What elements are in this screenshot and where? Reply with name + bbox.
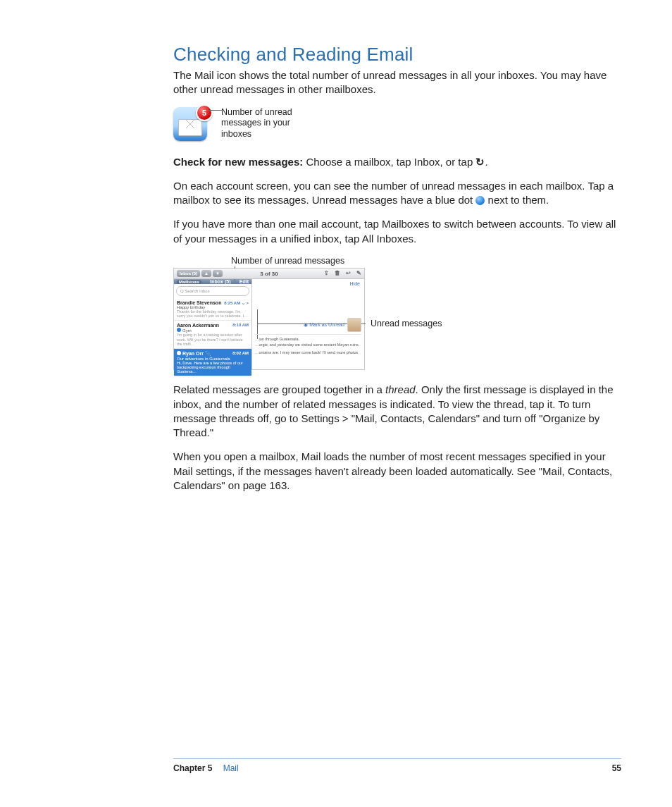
footer-page-number: 55 (612, 763, 621, 773)
sidebar-search-field[interactable]: Q Search Inbox (176, 286, 249, 296)
compose-icon[interactable]: ✎ (356, 270, 361, 276)
message-time: 8:25 AM ⌄ > (224, 300, 249, 305)
message-time: 8:10 AM (232, 323, 249, 327)
sidebar-edit-button[interactable]: Edit (239, 279, 249, 284)
thread-text-before: Related messages are grouped together in… (173, 383, 385, 395)
check-label: Check for new messages: (173, 156, 303, 168)
check-text-before: Choose a mailbox, tap Inbox, or tap (303, 156, 475, 168)
refresh-icon: ↻ (475, 155, 485, 169)
callout-unread-count: Number of unread messages (231, 256, 621, 267)
message-row[interactable]: Aaron Ackermann 8:10 AM Gym I'm going in… (174, 321, 251, 348)
reply-icon[interactable]: ↩ (346, 270, 351, 276)
sender-avatar (347, 318, 361, 332)
trash-icon[interactable]: 🗑 (335, 270, 340, 276)
page-footer: Chapter 5 Mail 55 (173, 758, 621, 773)
message-preview: Thanks for the birthday message. I'm sor… (177, 309, 249, 318)
mark-unread-link[interactable]: ◉ Mark as Unread (304, 322, 344, 328)
mail-toolbar: Inbox (5) ▲ ▼ 3 of 30 ⇪ 🗑 ↩ ✎ (174, 269, 364, 279)
account-paragraph: On each account screen, you can see the … (173, 179, 621, 208)
sidebar-title: Inbox (5) (210, 279, 230, 284)
ipad-mail-screenshot: Inbox (5) ▲ ▼ 3 of 30 ⇪ 🗑 ↩ ✎ (173, 268, 365, 370)
unread-dot-icon (177, 328, 181, 332)
icon-callout-text: Number of unread messages in your inboxe… (221, 107, 306, 140)
message-subject: Gym (177, 328, 249, 333)
toolbar-up-button[interactable]: ▲ (201, 270, 211, 277)
callout-leader (209, 110, 223, 111)
message-row-selected[interactable]: Ryan Orr 📎 8:02 AM Our adventure in Guat… (174, 349, 251, 376)
check-new-paragraph: Check for new messages: Choose a mailbox… (173, 155, 621, 169)
thread-paragraph: Related messages are grouped together in… (173, 383, 621, 440)
message-preview: I'm going in for a training session afte… (177, 333, 249, 345)
toolbar-inbox-pill[interactable]: Inbox (5) (177, 270, 200, 277)
check-text-after: . (485, 156, 487, 168)
section-heading: Checking and Reading Email (173, 44, 621, 66)
unread-badge: 5 (196, 104, 213, 121)
intro-paragraph: The Mail icon shows the total number of … (173, 68, 621, 97)
mail-reading-pane: Hide ◉ Mark as Unread …ion through Guate… (252, 279, 364, 369)
callout-unread-messages: Unread messages (371, 268, 442, 330)
load-paragraph: When you open a mailbox, Mail loads the … (173, 450, 621, 493)
hide-details-link[interactable]: Hide (350, 281, 360, 286)
account-text-after: next to them. (485, 194, 549, 206)
footer-title: Mail (223, 763, 239, 773)
mail-icon-figure: 5 Number of unread messages in your inbo… (173, 107, 621, 142)
mailboxes-back-button[interactable]: Mailboxes (177, 280, 201, 284)
message-preview: Hi, Dave. Here are a few photos of our b… (177, 361, 249, 374)
thread-chevron-icon: ⌄ > (242, 301, 249, 305)
multi-account-paragraph: If you have more than one mail account, … (173, 217, 621, 246)
mail-body-text: …ion through Guatemala. …orgie, and yest… (255, 335, 361, 355)
inbox-screenshot-figure: Number of unread messages Inbox (5) ▲ ▼ … (173, 256, 621, 371)
toolbar-message-count: 3 of 30 (260, 271, 278, 277)
thread-italic: thread (385, 383, 416, 395)
message-time: 8:02 AM (232, 351, 249, 355)
blue-dot-icon (475, 196, 485, 205)
move-icon[interactable]: ⇪ (324, 270, 329, 276)
footer-chapter: Chapter 5 (173, 763, 212, 773)
message-row[interactable]: Brandie Stevenson 8:25 AM ⌄ > Happy birt… (174, 298, 251, 321)
toolbar-down-button[interactable]: ▼ (213, 270, 223, 277)
unread-dot-icon (177, 351, 181, 355)
mail-sidebar: Mailboxes Inbox (5) Edit Q Search Inbox … (174, 279, 252, 369)
